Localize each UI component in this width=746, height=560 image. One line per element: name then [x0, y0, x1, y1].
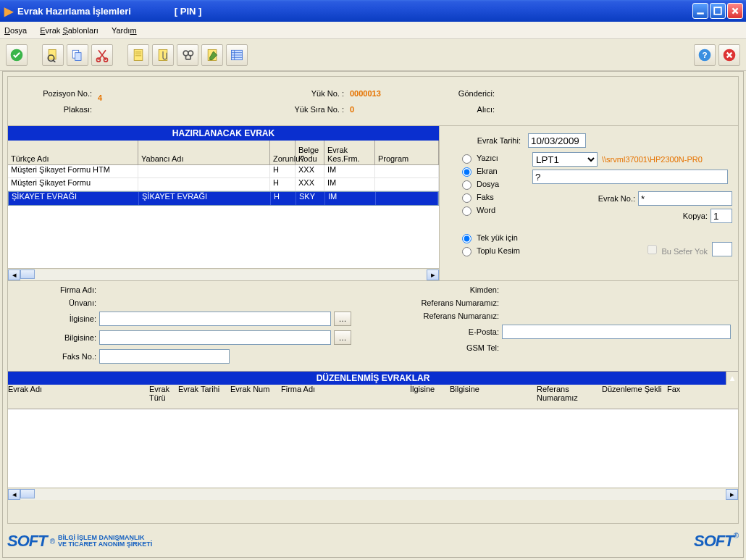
- preview-button[interactable]: [42, 44, 64, 66]
- new-doc-button[interactable]: [127, 44, 149, 66]
- radio-tek-yuk[interactable]: Tek yük için: [458, 232, 532, 243]
- svg-rect-9: [134, 49, 143, 60]
- radio-label: Dosya: [477, 180, 499, 188]
- scroll-left-icon[interactable]: ◂: [8, 269, 20, 280]
- menu-dosya[interactable]: Dosya: [4, 26, 27, 35]
- grid2-col-fax[interactable]: Fax: [667, 385, 738, 409]
- cell: IM: [325, 192, 376, 205]
- grid2-col-firma-adi[interactable]: Firma Adı: [281, 385, 410, 409]
- grid2-title-text: DÜZENLENMİŞ EVRAKLAR: [317, 373, 430, 383]
- kopya-label: Kopya:: [683, 212, 708, 220]
- radio-faks[interactable]: Faks: [458, 191, 532, 203]
- grid2-col-evrak-turu[interactable]: Evrak Türü: [149, 385, 178, 409]
- grid1-col-program[interactable]: Program: [375, 141, 439, 164]
- options-panel: Evrak Tarihi: Yazıcı Ekran Dosya Faks Wo…: [440, 126, 738, 280]
- scroll-thumb[interactable]: [20, 269, 35, 279]
- bilgisine-lookup-button[interactable]: …: [334, 330, 351, 345]
- scroll-right-icon[interactable]: ▸: [427, 269, 439, 280]
- svg-rect-0: [697, 12, 704, 14]
- grid2-col-evrak-num[interactable]: Evrak Num: [230, 385, 281, 409]
- menu-yardim[interactable]: Yardım: [112, 26, 137, 35]
- radio-label: Ekran: [477, 167, 498, 175]
- scroll-left-icon[interactable]: ◂: [8, 489, 20, 500]
- edit-doc-button[interactable]: [201, 44, 223, 66]
- menu-evrak-sablonlari[interactable]: Evrak Şablonları: [40, 26, 99, 35]
- ilgisine-input[interactable]: [99, 312, 331, 326]
- table-row-selected[interactable]: ŞİKAYET EVRAĞI ŞİKAYET EVRAĞI H SKY IM: [8, 191, 439, 206]
- ok-button[interactable]: [6, 44, 28, 66]
- grid1-col-turkce[interactable]: Türkçe Adı: [8, 141, 138, 164]
- logo-right: SOFT®: [694, 532, 739, 551]
- radio-label: Toplu Kesim: [477, 246, 520, 255]
- yuk-no-value: 0000013: [350, 89, 408, 98]
- grid1-col-belge-kodu[interactable]: Belge Kodu: [296, 141, 324, 164]
- table-row[interactable]: Müşteri Şikayet Formu H XXX IM: [8, 178, 439, 191]
- radio-ekran[interactable]: Ekran: [458, 165, 532, 177]
- ilgisine-lookup-button[interactable]: …: [334, 312, 351, 326]
- svg-point-12: [188, 51, 193, 56]
- evrak-no-input[interactable]: [638, 191, 732, 206]
- cell: IM: [324, 178, 375, 191]
- attach-button[interactable]: [152, 44, 174, 66]
- grid2-body[interactable]: [8, 409, 738, 488]
- scope-radio-group: Tek yük için Toplu Kesim: [458, 232, 532, 256]
- grid2-col-bilgisine[interactable]: Bilgisine: [450, 385, 537, 409]
- scroll-thumb[interactable]: [20, 489, 35, 498]
- grid1-col-yabanci[interactable]: Yabancı Adı: [138, 141, 270, 164]
- printer-select[interactable]: LPT1: [532, 152, 598, 167]
- minimize-button[interactable]: [692, 3, 708, 19]
- help-button[interactable]: ?: [694, 44, 716, 66]
- faks-no-input[interactable]: [99, 349, 230, 364]
- bilgisine-input[interactable]: [99, 330, 331, 345]
- eposta-input[interactable]: [502, 325, 731, 339]
- grid2-col-ref-no[interactable]: Referans Numaramız: [537, 385, 602, 409]
- scroll-up-icon[interactable]: ▴: [726, 372, 738, 385]
- list-button[interactable]: [226, 44, 248, 66]
- close-button[interactable]: [727, 3, 743, 19]
- grid1-hscroll[interactable]: ◂ ▸: [8, 268, 439, 280]
- client-area: Pozisyon No.: Plakası: 4 Yük No. : Yük S…: [2, 71, 744, 558]
- bilgisine-label: Bilgisine:: [15, 333, 96, 342]
- gonderici-label: Gönderici:: [458, 89, 498, 98]
- cell: [138, 165, 270, 177]
- bu-sefer-yok-checkbox: Bu Sefer Yok: [645, 243, 708, 256]
- printer-path: \\srvml37001\HP2300N-PR0: [602, 155, 703, 164]
- radio-yazici[interactable]: Yazıcı: [458, 152, 532, 164]
- radio-word[interactable]: Word: [458, 204, 532, 216]
- grid2-col-evrak-tarihi[interactable]: Evrak Tarihi: [178, 385, 230, 409]
- scroll-track[interactable]: [20, 489, 726, 500]
- evrak-tarihi-input[interactable]: [528, 133, 586, 148]
- yuk-no-label: Yük No. :: [311, 89, 347, 98]
- grid2-header: Evrak Adı Evrak Türü Evrak Tarihi Evrak …: [8, 385, 738, 409]
- grid1-col-zorunlu[interactable]: Zorunlu?: [270, 141, 296, 164]
- cancel-button[interactable]: [718, 44, 740, 66]
- grid2-col-evrak-adi[interactable]: Evrak Adı: [8, 385, 149, 409]
- cell: [375, 178, 439, 191]
- radio-dosya[interactable]: Dosya: [458, 178, 532, 190]
- cell: H: [271, 192, 296, 205]
- copy-button[interactable]: [67, 44, 88, 66]
- maximize-button[interactable]: [710, 3, 726, 19]
- grid2-col-duzenleme[interactable]: Düzenleme Şekli: [602, 385, 667, 409]
- kopya-input[interactable]: [711, 209, 732, 223]
- logo-left: SOFT ® BİLGİ İŞLEM DANIŞMANLIK VE TİCARE…: [7, 532, 152, 551]
- grid2-hscroll[interactable]: ◂ ▸: [8, 488, 738, 500]
- cut-button[interactable]: [91, 44, 113, 66]
- svg-rect-1: [714, 7, 721, 14]
- scroll-track[interactable]: [20, 269, 427, 280]
- ekran-input[interactable]: [532, 170, 728, 184]
- scroll-right-icon[interactable]: ▸: [726, 489, 738, 500]
- radio-toplu-kesim[interactable]: Toplu Kesim: [458, 245, 532, 256]
- svg-rect-6: [75, 52, 81, 60]
- grid1-body[interactable]: Müşteri Şikayet Formu HTM H XXX IM Müşte…: [8, 165, 439, 268]
- table-row[interactable]: Müşteri Şikayet Formu HTM H XXX IM: [8, 165, 439, 178]
- grid1-col-evrak-kesfrm[interactable]: Evrak Kes.Frm.: [324, 141, 375, 164]
- grid2-col-ilgisine[interactable]: İlgisine: [410, 385, 450, 409]
- yuk-sira-no-label: Yük Sıra No. :: [295, 105, 347, 114]
- kimden-label: Kimden:: [380, 285, 499, 294]
- pozisyon-no-label: Pozisyon No.:: [15, 89, 95, 98]
- footer: SOFT ® BİLGİ İŞLEM DANIŞMANLIK VE TİCARE…: [7, 528, 739, 554]
- search-button[interactable]: [177, 44, 198, 66]
- cell: SKY: [296, 192, 325, 205]
- cell: XXX: [296, 165, 324, 177]
